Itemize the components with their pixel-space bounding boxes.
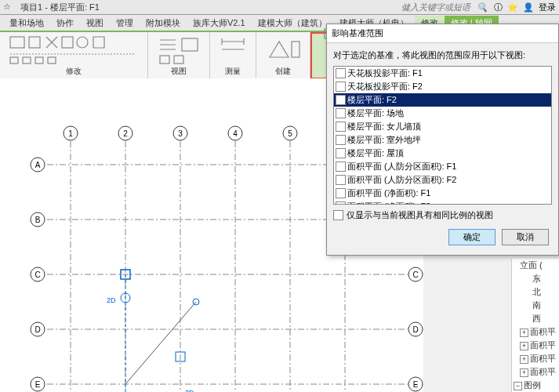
project-browser[interactable]: 立面 (东北南西+面积平+面积平+面积平+面积平−图例+明细表+图纸 (: [511, 259, 559, 392]
checkbox-icon[interactable]: [336, 148, 346, 158]
list-item-label: 天花板投影平面: F2: [347, 81, 423, 93]
ok-button[interactable]: 确定: [448, 229, 495, 245]
svg-rect-2: [62, 37, 73, 48]
svg-text:D: D: [34, 325, 40, 334]
list-item-label: 楼层平面: 场地: [347, 107, 404, 119]
list-item-label: 楼层平面: F2: [347, 94, 397, 106]
svg-rect-6: [35, 57, 43, 64]
search-icon[interactable]: 🔍: [477, 2, 488, 13]
list-item-label: 面积平面 (净面积): F1: [347, 187, 430, 199]
star2-icon[interactable]: ⭐: [507, 2, 518, 13]
svg-rect-0: [10, 37, 24, 48]
list-item-label: 面积平面 (人防分区面积): F2: [347, 174, 456, 186]
checkbox-icon[interactable]: [336, 135, 346, 145]
expand-icon[interactable]: −: [514, 382, 522, 390]
svg-text:3D: 3D: [185, 389, 194, 392]
same-scale-checkbox[interactable]: [333, 210, 343, 220]
svg-rect-10: [174, 56, 183, 64]
svg-rect-1: [29, 37, 40, 48]
dialog-message: 对于选定的基准，将此视图的范围应用于以下视图:: [333, 49, 552, 61]
svg-point-3: [77, 37, 88, 48]
svg-text:1: 1: [68, 129, 73, 138]
panel-view-label: 视图: [171, 65, 187, 78]
svg-text:B: B: [35, 216, 41, 224]
checkbox-icon[interactable]: [336, 108, 346, 118]
tree-item[interactable]: +面积平: [512, 352, 559, 365]
tab-view[interactable]: 视图: [80, 16, 110, 31]
svg-rect-9: [160, 56, 169, 64]
list-item[interactable]: 面积平面 (净面积): F1: [334, 187, 551, 200]
tab-collab[interactable]: 协作: [50, 16, 80, 31]
svg-rect-7: [48, 57, 56, 64]
checkbox-icon[interactable]: [336, 122, 346, 132]
doc-title: 项目1 - 楼层平面: F1: [20, 2, 100, 13]
user-icon[interactable]: 👤: [523, 2, 534, 13]
tree-item[interactable]: +面积平: [512, 339, 559, 352]
expand-icon[interactable]: +: [520, 368, 528, 377]
svg-rect-8: [182, 38, 198, 51]
list-item-label: 楼层平面: 室外地坪: [347, 134, 421, 146]
expand-icon[interactable]: +: [520, 328, 528, 337]
checkbox-icon[interactable]: [336, 95, 346, 105]
svg-text:E: E: [35, 380, 41, 389]
tree-item[interactable]: +面积平: [512, 365, 559, 379]
tree-item[interactable]: 立面 (: [512, 259, 559, 272]
tree-item[interactable]: 南: [512, 299, 559, 312]
checkbox-icon[interactable]: [336, 188, 346, 198]
panel-measure-label: 测量: [225, 65, 241, 78]
list-item-label: 天花板投影平面: F1: [347, 67, 423, 79]
checkbox-icon[interactable]: [336, 175, 346, 185]
svg-text:5: 5: [288, 129, 292, 138]
svg-rect-11: [292, 42, 299, 57]
svg-text:2: 2: [123, 129, 128, 138]
view-list[interactable]: 天花板投影平面: F1天花板投影平面: F2楼层平面: F2楼层平面: 场地楼层…: [333, 66, 552, 205]
login-text[interactable]: 登录: [539, 2, 556, 13]
tab-arch[interactable]: 建模大师（建筑）: [252, 16, 333, 31]
svg-text:C: C: [412, 270, 418, 279]
checkbox-icon[interactable]: [336, 82, 346, 92]
tree-item[interactable]: −图例: [512, 379, 559, 392]
panel-create-label: 创建: [275, 65, 291, 78]
svg-text:C: C: [34, 270, 40, 279]
tree-item[interactable]: 东: [512, 272, 559, 285]
expand-icon[interactable]: +: [520, 342, 528, 350]
svg-text:3: 3: [178, 129, 183, 138]
list-item[interactable]: 楼层平面: F2: [334, 93, 551, 107]
tab-addin[interactable]: 附加模块: [140, 16, 187, 31]
tree-item[interactable]: +面积平: [512, 325, 559, 339]
tree-item[interactable]: 西: [512, 312, 559, 325]
svg-rect-5: [23, 57, 31, 64]
tab-manage[interactable]: 管理: [110, 16, 140, 31]
tree-item[interactable]: 北: [512, 285, 559, 299]
cancel-button[interactable]: 取消: [502, 229, 549, 245]
list-item[interactable]: 天花板投影平面: F1: [334, 67, 551, 80]
list-item-label: 楼层平面: 女儿墙顶: [347, 121, 421, 132]
list-item[interactable]: 楼层平面: 室外地坪: [334, 133, 551, 147]
svg-line-62: [125, 302, 196, 384]
checkbox-icon[interactable]: [336, 162, 346, 172]
list-item[interactable]: 天花板投影平面: F2: [334, 80, 551, 93]
list-item[interactable]: 楼层平面: 屋顶: [334, 147, 551, 160]
list-item[interactable]: 面积平面 (人防分区面积): F1: [334, 160, 551, 173]
info-icon[interactable]: ⓘ: [494, 2, 503, 13]
tab-mass[interactable]: 量和场地: [3, 16, 50, 31]
tab-fam[interactable]: 族库大师V2.1: [187, 16, 252, 31]
search-input[interactable]: [400, 2, 474, 13]
svg-text:A: A: [35, 161, 41, 169]
dialog-title: 影响基准范围: [327, 24, 558, 43]
svg-text:E: E: [413, 380, 419, 389]
list-item-label: 面积平面 (人防分区面积): F1: [347, 161, 456, 172]
list-item[interactable]: 楼层平面: 女儿墙顶: [334, 120, 551, 133]
svg-text:D: D: [412, 325, 418, 334]
star-icon[interactable]: ☆: [3, 2, 14, 13]
list-item-label: 楼层平面: 屋顶: [347, 147, 404, 159]
svg-rect-4: [10, 57, 18, 64]
checkbox-icon[interactable]: [336, 68, 346, 78]
list-item[interactable]: 面积平面 (人防分区面积): F2: [334, 173, 551, 187]
svg-text:4: 4: [233, 129, 238, 138]
panel-modify-label: 修改: [66, 65, 82, 78]
propagate-dialog: 影响基准范围 对于选定的基准，将此视图的范围应用于以下视图: 天花板投影平面: …: [326, 24, 559, 256]
same-scale-label: 仅显示与当前视图具有相同比例的视图: [347, 209, 493, 221]
expand-icon[interactable]: +: [520, 355, 528, 364]
list-item[interactable]: 楼层平面: 场地: [334, 107, 551, 120]
